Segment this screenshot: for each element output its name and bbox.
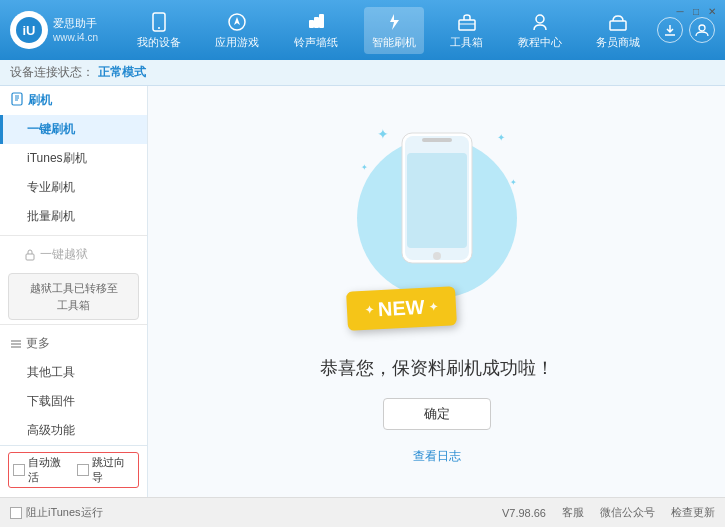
apps-icon (226, 11, 248, 33)
smart-flash-icon (383, 11, 405, 33)
header: iU 爱思助手 www.i4.cn 我的设备 应用游戏 (0, 0, 725, 60)
nav-toolbox[interactable]: 工具箱 (442, 7, 491, 54)
sidebar-divider-2 (0, 324, 147, 325)
user-button[interactable] (689, 17, 715, 43)
svg-rect-14 (12, 93, 22, 105)
success-text: 恭喜您，保资料刷机成功啦！ (320, 356, 554, 380)
nav-tutorial[interactable]: 教程中心 (510, 7, 570, 54)
auto-check-row: 自动激活 跳过向导 (8, 452, 139, 488)
minimize-button[interactable]: ─ (673, 4, 687, 18)
sidebar-item-jailbreak-disabled: 一键越狱 (0, 240, 147, 269)
auto-activate-cb[interactable] (13, 464, 25, 476)
svg-point-13 (699, 25, 705, 31)
sidebar-item-batch-flash[interactable]: 批量刷机 (0, 202, 147, 231)
device-details: iPhone 15 Pro Max 512GB iPhone (32, 496, 139, 497)
svg-rect-6 (314, 17, 319, 28)
close-button[interactable]: ✕ (705, 4, 719, 18)
new-badge: ✦ NEW ✦ (346, 286, 457, 331)
header-right (657, 17, 715, 43)
nav-bar: 我的设备 应用游戏 铃声墙纸 智能刷机 (120, 7, 657, 54)
phone-svg (397, 128, 477, 268)
wechat-link[interactable]: 微信公众号 (600, 505, 655, 520)
nav-my-device[interactable]: 我的设备 (129, 7, 189, 54)
tutorial-icon (529, 11, 551, 33)
svg-rect-5 (309, 20, 314, 28)
check-update-link[interactable]: 检查更新 (671, 505, 715, 520)
svg-text:iU: iU (23, 23, 36, 38)
sidebar-more-section: 更多 (0, 329, 147, 358)
svg-rect-18 (26, 254, 34, 260)
svg-rect-7 (319, 14, 324, 28)
itunes-bar: 阻止iTunes运行 (10, 505, 103, 520)
window-controls: ─ □ ✕ (673, 4, 719, 18)
logo-icon: iU (10, 11, 48, 49)
logo-text: 爱思助手 www.i4.cn (53, 16, 98, 43)
nav-merchant[interactable]: 务员商城 (588, 7, 648, 54)
download-button[interactable] (657, 17, 683, 43)
itunes-label: 阻止iTunes运行 (26, 505, 103, 520)
auto-activate-checkbox[interactable]: 自动激活 (13, 455, 71, 485)
logo-area: iU 爱思助手 www.i4.cn (10, 11, 120, 49)
merchant-icon (607, 11, 629, 33)
version-label: V7.98.66 (502, 507, 546, 519)
view-log-link[interactable]: 查看日志 (413, 448, 461, 465)
customer-service-link[interactable]: 客服 (562, 505, 584, 520)
device-info: iPhone 15 Pro Max 512GB iPhone (8, 492, 139, 497)
sparkle-ml: ✦ (361, 163, 368, 172)
itunes-checkbox[interactable] (10, 507, 22, 519)
sparkle-tl: ✦ (377, 126, 389, 142)
sidebar-item-advanced[interactable]: 高级功能 (0, 416, 147, 445)
svg-rect-8 (459, 20, 475, 30)
sparkle-mr: ✦ (510, 178, 517, 187)
sidebar-item-pro-flash[interactable]: 专业刷机 (0, 173, 147, 202)
sparkle-tr: ✦ (497, 132, 505, 143)
svg-rect-11 (610, 21, 626, 30)
sidebar-item-itunes-flash[interactable]: iTunes刷机 (0, 144, 147, 173)
nav-ringtones[interactable]: 铃声墙纸 (286, 7, 346, 54)
device-area: 自动激活 跳过向导 iPhone 15 Pro Max 512GB iPhone (0, 445, 147, 497)
svg-point-10 (536, 15, 544, 23)
ringtones-icon (305, 11, 327, 33)
svg-rect-28 (407, 153, 467, 248)
guide-activate-cb[interactable] (77, 464, 89, 476)
sidebar-item-download-firmware[interactable]: 下载固件 (0, 387, 147, 416)
footer: 阻止iTunes运行 V7.98.66 客服 微信公众号 检查更新 (0, 497, 725, 527)
guide-activate-checkbox[interactable]: 跳过向导 (77, 455, 135, 485)
sidebar-notice: 越狱工具已转移至 工具箱 (8, 273, 139, 320)
sidebar-item-other-tools[interactable]: 其他工具 (0, 358, 147, 387)
svg-point-29 (433, 252, 441, 260)
success-card: ✦ ✦ ✦ ✦ ✦ NEW (320, 118, 554, 465)
content-area: ✦ ✦ ✦ ✦ ✦ NEW (148, 86, 725, 497)
main-layout: 刷机 一键刷机 iTunes刷机 专业刷机 批量刷机 一键越狱 越狱工具已转移至 (0, 86, 725, 497)
flash-section-icon (10, 92, 24, 109)
nav-apps[interactable]: 应用游戏 (207, 7, 267, 54)
nav-smart-flash[interactable]: 智能刷机 (364, 7, 424, 54)
svg-rect-27 (422, 138, 452, 142)
flash-section-header: 刷机 (0, 86, 147, 115)
confirm-button[interactable]: 确定 (383, 398, 491, 430)
sidebar-item-one-key-flash[interactable]: 一键刷机 (0, 115, 147, 144)
phone-illustration: ✦ ✦ ✦ ✦ ✦ NEW (347, 118, 527, 338)
status-bar: 设备连接状态： 正常模式 (0, 60, 725, 86)
device-name: iPhone 15 Pro Max (32, 496, 139, 497)
sidebar-divider-1 (0, 235, 147, 236)
toolbox-icon (456, 11, 478, 33)
device-icon (148, 11, 170, 33)
maximize-button[interactable]: □ (689, 4, 703, 18)
sidebar: 刷机 一键刷机 iTunes刷机 专业刷机 批量刷机 一键越狱 越狱工具已转移至 (0, 86, 148, 497)
